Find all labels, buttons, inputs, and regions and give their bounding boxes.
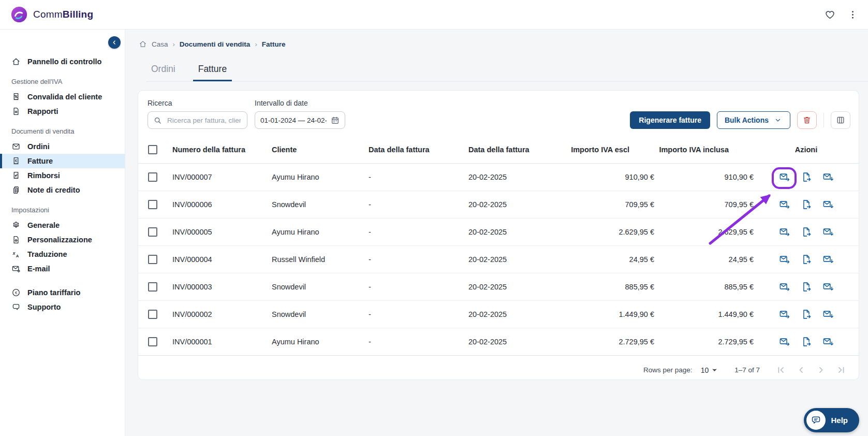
doc-export-icon[interactable]	[800, 336, 813, 348]
mail-download-icon[interactable]	[822, 226, 834, 238]
date-range-input[interactable]: 01-01-2024 — 24-02-202	[255, 111, 345, 129]
column-header-numero-della-fattura[interactable]: Numero della fattura	[172, 146, 272, 154]
first-page-icon[interactable]	[774, 364, 787, 376]
sidebar-item-note-di-credito[interactable]: Note di credito	[0, 183, 125, 197]
mail-download-icon[interactable]	[822, 198, 834, 211]
column-header-importo-iva-escl[interactable]: Importo IVA escl	[562, 146, 654, 154]
invoice-date-2: 20-02-2025	[468, 283, 562, 291]
sidebar-section-title: Documenti di vendita	[11, 127, 125, 136]
doc-export-icon[interactable]	[800, 308, 813, 321]
sidebar-item-label: E-mail	[27, 265, 50, 273]
doc-export-icon[interactable]	[800, 171, 813, 183]
sidebar-item-e-mail[interactable]: E-mail	[0, 261, 125, 276]
search-input[interactable]	[166, 116, 242, 125]
mail-download-icon[interactable]	[822, 308, 834, 321]
mail-download-icon[interactable]	[822, 281, 834, 293]
top-header: CommBilling	[0, 0, 868, 30]
column-header-cliente[interactable]: Cliente	[272, 146, 369, 154]
row-checkbox-cell	[138, 200, 172, 209]
column-header-data-della-fattura[interactable]: Data della fattura	[369, 146, 468, 154]
svg-text:€: €	[15, 159, 17, 163]
toolbar-divider	[823, 113, 824, 127]
mail-download-icon[interactable]	[822, 253, 834, 266]
row-checkbox-cell	[138, 337, 172, 346]
row-checkbox[interactable]	[148, 255, 157, 264]
delete-button[interactable]	[797, 111, 817, 129]
breadcrumb-item-casa[interactable]: Casa	[152, 40, 168, 48]
brand-logo: CommBilling	[10, 6, 93, 23]
chevron-left-icon	[111, 39, 118, 46]
mail-send-icon[interactable]	[778, 281, 791, 293]
chevron-down-icon	[710, 366, 719, 374]
invoice-date-2: 20-02-2025	[468, 310, 562, 318]
sidebar-item-traduzione[interactable]: xATraduzione	[0, 247, 125, 261]
sidebar-item-supporto[interactable]: Supporto	[0, 300, 125, 314]
sidebar-section-gap	[0, 276, 125, 285]
customer-name: Snowdevil	[272, 200, 369, 209]
sidebar-item-rimborsi[interactable]: Rimborsi	[0, 168, 125, 183]
column-header-azioni[interactable]: Azioni	[754, 146, 859, 154]
row-checkbox[interactable]	[148, 172, 157, 182]
row-checkbox[interactable]	[148, 310, 157, 319]
mail-send-icon[interactable]	[778, 308, 791, 321]
sidebar-item-personalizzazione[interactable]: Personalizzazione	[0, 232, 125, 247]
table-header-row: Numero della fatturaClienteData della fa…	[138, 136, 859, 164]
mail-download-icon[interactable]	[822, 171, 834, 183]
help-button[interactable]: Help	[804, 408, 859, 432]
manage-columns-button[interactable]	[831, 111, 850, 129]
doc-export-icon[interactable]	[800, 281, 813, 293]
row-checkbox[interactable]	[148, 227, 157, 237]
home-icon[interactable]	[139, 40, 147, 48]
sidebar-item-fatture[interactable]: €Fatture	[0, 154, 125, 168]
row-checkbox[interactable]	[148, 337, 157, 346]
doc-export-icon[interactable]	[800, 253, 813, 266]
sidebar-item-label: Rapporti	[27, 107, 58, 115]
sidebar-item-pannello-di-controllo[interactable]: Pannello di controllo	[0, 54, 125, 69]
sidebar-item-piano-tariffario[interactable]: €Piano tariffario	[0, 285, 125, 300]
invoice-date: -	[369, 173, 468, 181]
doc-export-icon[interactable]	[800, 226, 813, 238]
orders-envelope-icon	[11, 142, 21, 151]
mail-send-icon[interactable]	[778, 198, 791, 211]
chat-bubble-icon	[811, 415, 821, 426]
sidebar-item-generale[interactable]: Generale	[0, 218, 125, 232]
tab-ordini[interactable]: Ordini	[146, 59, 181, 81]
brand-name: CommBilling	[33, 9, 93, 20]
bulk-actions-button[interactable]: Bulk Actions	[717, 111, 790, 129]
translate-icon: xA	[11, 250, 21, 259]
doc-export-icon[interactable]	[800, 198, 813, 211]
amount-incl-vat: 2.729,95 €	[654, 338, 754, 346]
column-header-importo-iva-inclusa[interactable]: Importo IVA inclusa	[654, 146, 754, 154]
calendar-icon	[331, 116, 340, 125]
mail-download-icon[interactable]	[822, 336, 834, 348]
row-checkbox[interactable]	[148, 200, 157, 209]
mail-send-icon[interactable]	[778, 171, 791, 183]
refund-receipt-icon	[11, 171, 21, 180]
sidebar-item-convalida-del-cliente[interactable]: Convalida del cliente	[0, 90, 125, 104]
svg-text:€: €	[15, 290, 18, 295]
heart-icon[interactable]	[822, 7, 837, 22]
breadcrumb-item-documenti-di-vendita[interactable]: Documenti di vendita	[180, 40, 251, 48]
mail-send-icon[interactable]	[778, 253, 791, 266]
mail-send-icon[interactable]	[778, 226, 791, 238]
sidebar-collapse-button[interactable]	[108, 36, 121, 49]
mail-send-icon[interactable]	[778, 336, 791, 348]
select-all-checkbox[interactable]	[148, 145, 157, 154]
pagination-bar: Rows per page: 10 1–7 of 7	[138, 355, 859, 384]
prev-page-icon[interactable]	[795, 364, 807, 376]
row-checkbox-cell	[138, 172, 172, 182]
gear-icon	[11, 221, 21, 230]
sidebar-item-ordini[interactable]: Ordini	[0, 139, 125, 154]
sidebar-item-label: Pannello di controllo	[27, 57, 101, 66]
table-row: INV/000001Ayumu Hirano-20-02-20252.729,9…	[138, 328, 859, 355]
kebab-menu-icon[interactable]	[845, 7, 860, 22]
column-header-data-della-fattura[interactable]: Data della fattura	[468, 146, 562, 154]
regenerate-invoices-button[interactable]: Rigenerare fatture	[630, 111, 710, 129]
last-page-icon[interactable]	[835, 364, 847, 376]
sidebar-item-rapporti[interactable]: Rapporti	[0, 104, 125, 119]
tab-fatture[interactable]: Fatture	[193, 59, 232, 81]
row-checkbox[interactable]	[148, 282, 157, 292]
next-page-icon[interactable]	[815, 364, 827, 376]
rows-per-page-select[interactable]: 10	[701, 366, 719, 374]
amount-incl-vat: 2.629,95 €	[654, 228, 754, 236]
